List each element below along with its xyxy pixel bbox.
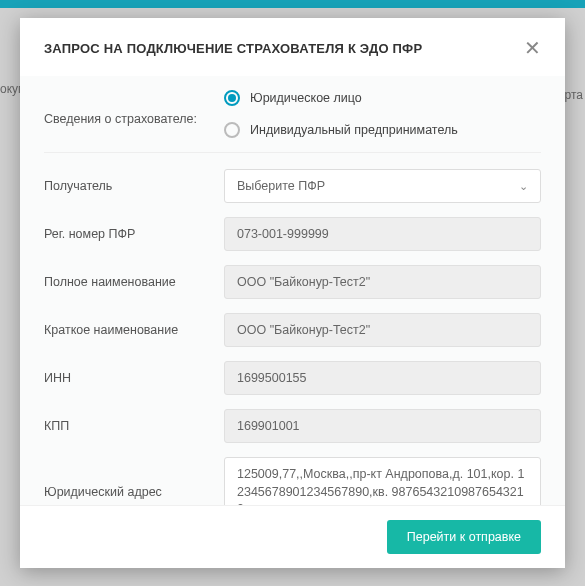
full-name-row: Полное наименование ООО "Байконур-Тест2": [44, 265, 541, 299]
kpp-input[interactable]: 169901001: [224, 409, 541, 443]
radio-legal-entity[interactable]: Юридическое лицо: [224, 90, 541, 106]
inn-input[interactable]: 1699500155: [224, 361, 541, 395]
short-name-label: Краткое наименование: [44, 323, 224, 337]
radio-label: Индивидуальный предприниматель: [250, 123, 458, 137]
radio-individual[interactable]: Индивидуальный предприниматель: [224, 122, 541, 138]
recipient-row: Получатель Выберите ПФР ⌄: [44, 169, 541, 203]
inn-label: ИНН: [44, 371, 224, 385]
legal-address-input[interactable]: 125009,77,,Москва,,пр-кт Андропова,д. 10…: [224, 457, 541, 505]
modal-title: ЗАПРОС НА ПОДКЛЮЧЕНИЕ СТРАХОВАТЕЛЯ К ЭДО…: [44, 41, 422, 56]
inn-row: ИНН 1699500155: [44, 361, 541, 395]
request-modal: ЗАПРОС НА ПОДКЛЮЧЕНИЕ СТРАХОВАТЕЛЯ К ЭДО…: [20, 18, 565, 568]
radio-label: Юридическое лицо: [250, 91, 362, 105]
insurer-info-row: Сведения о страхователе: Юридическое лиц…: [44, 90, 541, 138]
insurer-info-label: Сведения о страхователе:: [44, 90, 224, 126]
modal-body: Сведения о страхователе: Юридическое лиц…: [20, 76, 565, 505]
full-name-label: Полное наименование: [44, 275, 224, 289]
modal-header: ЗАПРОС НА ПОДКЛЮЧЕНИЕ СТРАХОВАТЕЛЯ К ЭДО…: [20, 18, 565, 76]
short-name-input[interactable]: ООО "Байконур-Тест2": [224, 313, 541, 347]
radio-unchecked-icon: [224, 122, 240, 138]
radio-checked-icon: [224, 90, 240, 106]
reg-number-label: Рег. номер ПФР: [44, 227, 224, 241]
legal-address-row: Юридический адрес 125009,77,,Москва,,пр-…: [44, 457, 541, 505]
entity-type-radio-group: Юридическое лицо Индивидуальный предприн…: [224, 90, 541, 138]
chevron-down-icon: ⌄: [519, 180, 528, 193]
reg-number-input[interactable]: 073-001-999999: [224, 217, 541, 251]
divider: [44, 152, 541, 153]
recipient-label: Получатель: [44, 179, 224, 193]
short-name-row: Краткое наименование ООО "Байконур-Тест2…: [44, 313, 541, 347]
full-name-input[interactable]: ООО "Байконур-Тест2": [224, 265, 541, 299]
close-icon[interactable]: ✕: [524, 38, 541, 58]
bg-text-right: рта: [565, 88, 583, 102]
select-placeholder: Выберите ПФР: [237, 179, 325, 193]
kpp-row: КПП 169901001: [44, 409, 541, 443]
reg-number-row: Рег. номер ПФР 073-001-999999: [44, 217, 541, 251]
modal-footer: Перейти к отправке: [20, 505, 565, 568]
legal-address-label: Юридический адрес: [44, 485, 224, 499]
recipient-select[interactable]: Выберите ПФР ⌄: [224, 169, 541, 203]
submit-button[interactable]: Перейти к отправке: [387, 520, 541, 554]
kpp-label: КПП: [44, 419, 224, 433]
